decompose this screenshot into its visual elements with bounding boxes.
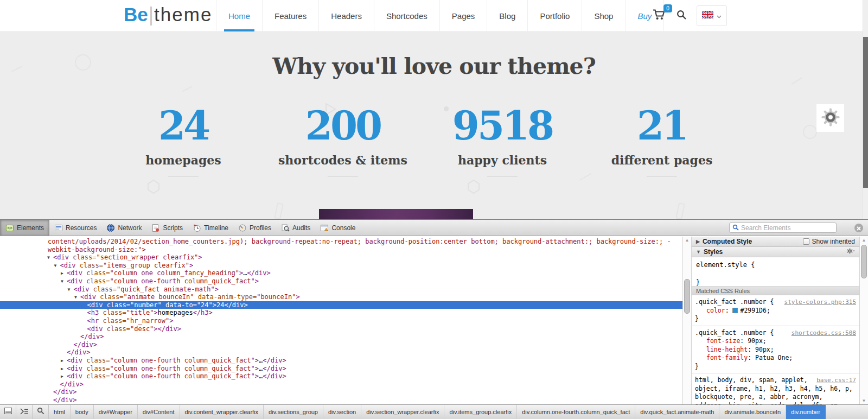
tree-node[interactable]: ▶<div class="column one-fourth column_qu… <box>0 357 682 365</box>
nav-item-headers[interactable]: Headers <box>318 0 374 31</box>
rule-selector[interactable]: .quick_fact .number { <box>695 329 774 337</box>
tree-node[interactable]: </div> <box>0 388 682 396</box>
crumb-div-quick-fact-animate-math[interactable]: div.quick_fact.animate-math <box>635 405 719 419</box>
stylesheet-link[interactable]: shortcodes.css:508 <box>792 329 856 338</box>
tree-node[interactable]: </div> <box>0 333 682 341</box>
expanded-arrow-icon[interactable]: ▼ <box>47 254 50 262</box>
tree-node[interactable]: ▼<div class="items_group clearfix"> <box>0 262 682 270</box>
counter: 24homepages <box>104 102 263 177</box>
scroll-down-arrow[interactable]: ▼ <box>860 397 868 405</box>
stylesheet-link[interactable]: base.css:17 <box>816 376 856 385</box>
color-swatch[interactable] <box>732 308 738 313</box>
expanded-arrow-icon[interactable]: ▼ <box>74 294 77 302</box>
collapsed-arrow-icon[interactable]: ▶ <box>61 357 63 365</box>
tree-node[interactable]: ▼<div class="animate bounceIn" data-anim… <box>0 293 682 301</box>
css-property[interactable]: color: #2991D6; <box>695 307 856 315</box>
crumb-div-animate-bouncein[interactable]: div.animate.bounceIn <box>719 405 786 419</box>
collapsed-arrow-icon[interactable]: ▶ <box>61 270 63 278</box>
counter: 200shortcodes & items <box>263 102 423 177</box>
counter-divider <box>647 176 677 177</box>
nav-item-features[interactable]: Features <box>262 0 318 31</box>
tree-node[interactable]: ▼<div class="column one-fourth column_qu… <box>0 277 682 285</box>
site-logo[interactable]: Be|theme <box>124 3 212 26</box>
nav-item-home[interactable]: Home <box>216 0 262 31</box>
rule-selector[interactable]: .quick_fact .number { <box>695 298 774 306</box>
css-property[interactable]: line-height: 90px; <box>695 346 856 354</box>
stylesheet-link[interactable]: style-colors.php:315 <box>784 298 856 307</box>
search-button[interactable] <box>676 10 687 22</box>
dock-position-button[interactable] <box>0 405 16 419</box>
nav-item-blog[interactable]: Blog <box>487 0 527 31</box>
tree-node[interactable]: ▶<div class="column one-fourth column_qu… <box>0 365 682 373</box>
crumb-div-number[interactable]: div.number <box>786 405 826 419</box>
scroll-up-arrow[interactable]: ▲ <box>683 237 691 244</box>
tab-timeline[interactable]: Timeline <box>188 220 233 236</box>
console-toggle-button[interactable] <box>16 405 33 419</box>
css-property[interactable]: font-size: 90px; <box>695 337 856 346</box>
tree-scrollbar-thumb[interactable] <box>684 279 690 314</box>
nav-item-pages[interactable]: Pages <box>439 0 487 31</box>
css-property[interactable]: font-family: Patua One; <box>695 354 856 363</box>
expanded-arrow-icon[interactable]: ▼ <box>54 262 57 270</box>
tree-node[interactable]: ▼<div class="section_wrapper clearfix"> <box>0 253 682 262</box>
crumb-div-content[interactable]: div#Content <box>138 405 180 419</box>
crumb-body[interactable]: body <box>71 405 94 419</box>
expanded-arrow-icon[interactable]: ▼ <box>68 286 71 294</box>
tree-node[interactable]: </div> <box>0 380 682 389</box>
element-style-block[interactable]: element.style { } <box>692 257 859 287</box>
crumb-div-wrapper[interactable]: div#Wrapper <box>94 405 138 419</box>
tab-scripts[interactable]: Scripts <box>146 220 188 236</box>
computed-style-header[interactable]: ▶ Computed Style Show inherited <box>692 237 859 247</box>
css-rules: style-colors.php:315.quick_fact .number … <box>692 295 859 405</box>
tab-profiles[interactable]: Profiles <box>233 220 276 236</box>
inspect-search-button[interactable] <box>33 405 49 419</box>
tree-node[interactable]: webkit-background-size:"> <box>0 246 682 254</box>
sidebar-scrollbar[interactable]: ▲ ▼ <box>859 237 868 405</box>
tree-node[interactable]: </div> <box>0 341 682 349</box>
tab-resources[interactable]: Resources <box>49 220 101 236</box>
breadcrumb-bar: htmlbodydiv#Wrapperdiv#Contentdiv.conten… <box>0 404 868 419</box>
elements-tree: content/uploads/2014/02/section_home_cou… <box>0 237 682 405</box>
timeline-icon <box>193 224 201 232</box>
show-inherited-checkbox[interactable] <box>803 238 809 245</box>
tree-node[interactable]: ▶<div class="column one column_fancy_hea… <box>0 269 682 277</box>
collapsed-arrow-icon[interactable]: ▶ <box>61 365 63 373</box>
tree-node[interactable]: </div> <box>0 396 682 404</box>
tree-node[interactable]: <div class="desc"></div> <box>0 325 682 333</box>
scroll-up-arrow[interactable]: ▲ <box>860 237 868 244</box>
tab-audits[interactable]: Audits <box>276 220 315 236</box>
language-selector[interactable] <box>697 5 727 26</box>
tab-console[interactable]: Console <box>315 220 360 236</box>
crumb-html[interactable]: html <box>49 405 71 419</box>
gear-icon[interactable] <box>847 248 855 256</box>
tree-node[interactable]: content/uploads/2014/02/section_home_cou… <box>0 238 682 246</box>
tab-elements[interactable]: <>Elements <box>0 220 49 236</box>
close-devtools-button[interactable] <box>854 224 863 232</box>
settings-toggle[interactable] <box>816 104 844 132</box>
tree-node[interactable]: <hr class="hr_narrow"> <box>0 317 682 325</box>
tree-node[interactable]: </div> <box>0 348 682 357</box>
collapsed-arrow-icon[interactable]: ▶ <box>61 373 63 381</box>
crumb-div-column-one-fourth-column-quick-fact[interactable]: div.column.one-fourth.column_quick_fact <box>517 405 635 419</box>
tree-node[interactable]: <h3 class="title">homepages</h3> <box>0 309 682 317</box>
browser-scrollbar[interactable] <box>863 0 868 219</box>
expanded-arrow-icon[interactable]: ▼ <box>61 278 63 286</box>
styles-header[interactable]: ▼ Styles <box>692 247 859 257</box>
crumb-div-section-wrapper-clearfix[interactable]: div.section_wrapper.clearfix <box>361 405 444 419</box>
tree-node[interactable]: ▼<div class="quick_fact animate-math"> <box>0 285 682 294</box>
nav-item-shop[interactable]: Shop <box>582 0 625 31</box>
browser-scrollbar-thumb[interactable] <box>863 37 868 188</box>
nav-item-shortcodes[interactable]: Shortcodes <box>374 0 439 31</box>
tab-network[interactable]: Network <box>101 220 146 236</box>
sidebar-scrollbar-thumb[interactable] <box>861 245 867 278</box>
cart-button[interactable]: 0 <box>653 9 667 23</box>
tree-node[interactable]: ▶<div class="column one-fourth column_qu… <box>0 372 682 380</box>
crumb-div-content-wrapper-clearfix[interactable]: div.content_wrapper.clearfix <box>180 405 264 419</box>
crumb-div-items-group-clearfix[interactable]: div.items_group.clearfix <box>444 405 517 419</box>
tree-scrollbar[interactable]: ▲ <box>682 237 692 405</box>
crumb-div-sections-group[interactable]: div.sections_group <box>264 405 323 419</box>
search-input[interactable] <box>741 224 833 232</box>
nav-item-portfolio[interactable]: Portfolio <box>527 0 582 31</box>
crumb-div-section[interactable]: div.section <box>323 405 361 419</box>
tree-node-selected[interactable]: <div class="number" data-to="24">24</div… <box>0 301 682 309</box>
